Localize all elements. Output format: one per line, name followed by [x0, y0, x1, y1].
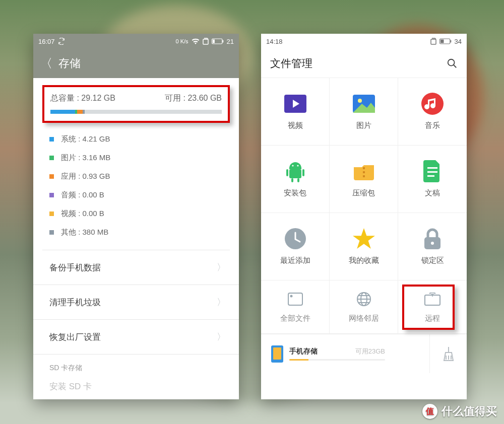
- svg-point-19: [292, 165, 293, 166]
- tile-recent[interactable]: 最近添加: [261, 213, 330, 280]
- color-swatch: [49, 193, 54, 197]
- svg-rect-3: [222, 40, 223, 43]
- svg-rect-24: [427, 167, 437, 169]
- watermark-badge: 值: [422, 404, 437, 419]
- status-battery: 21: [227, 38, 234, 45]
- svg-rect-4: [431, 39, 436, 44]
- status-bar: 14:18 34: [261, 34, 467, 49]
- status-bar: 16:07 0 K/s 21: [33, 34, 239, 49]
- file-manager-header: 文件管理: [261, 49, 467, 78]
- watermark: 值 什么值得买: [422, 404, 497, 419]
- tile-archive[interactable]: 压缩包: [330, 146, 398, 213]
- lock-icon: [421, 228, 444, 250]
- tile-doc[interactable]: 文稿: [398, 146, 467, 213]
- svg-rect-15: [286, 169, 288, 176]
- internal-storage-row[interactable]: 手机存储 可用23GB: [261, 345, 429, 363]
- sim-icon: [430, 38, 436, 45]
- storage-usage-bar: [50, 110, 222, 114]
- document-icon: [421, 160, 444, 182]
- breakdown-item: 图片 : 3.16 MB: [49, 149, 223, 167]
- sd-card-icon: [287, 291, 304, 308]
- tile-network[interactable]: 网络邻居: [330, 280, 398, 334]
- battery-icon: [439, 38, 452, 44]
- remote-icon: [424, 291, 441, 308]
- cleanup-row[interactable]: 清理手机垃圾 〉: [33, 285, 239, 320]
- search-icon[interactable]: [447, 58, 458, 69]
- color-swatch: [49, 211, 54, 216]
- bottom-row: 全部文件 网络邻居 远程: [261, 280, 467, 334]
- svg-point-29: [431, 242, 434, 245]
- total-capacity: 总容量 : 29.12 GB: [50, 93, 115, 104]
- tile-all-files[interactable]: 全部文件: [261, 280, 330, 334]
- status-speed: 0 K/s: [175, 38, 188, 44]
- svg-point-31: [290, 296, 292, 297]
- svg-point-35: [432, 296, 433, 297]
- tile-image[interactable]: 图片: [330, 78, 398, 146]
- color-swatch: [49, 156, 54, 160]
- sd-section-label: SD 卡存储: [33, 355, 239, 376]
- category-grid: 视频 图片 音乐 安装包 压缩包 文稿 最近添加 我的收藏: [261, 78, 467, 280]
- image-icon: [353, 93, 375, 115]
- phone-storage-settings: 16:07 0 K/s 21 〈 存储 总容量 : 29.12 GB 可用 : …: [33, 34, 239, 399]
- storage-summary-highlight: 总容量 : 29.12 GB 可用 : 23.60 GB: [42, 85, 230, 123]
- chevron-right-icon: 〉: [217, 296, 226, 308]
- status-time: 14:18: [266, 38, 283, 45]
- globe-icon: [355, 291, 372, 308]
- storage-mini-bar: [289, 359, 385, 361]
- video-icon: [284, 93, 306, 115]
- sync-icon: [58, 38, 65, 45]
- svg-rect-23: [363, 175, 365, 177]
- available-capacity: 可用 : 23.60 GB: [165, 93, 222, 104]
- svg-rect-26: [427, 175, 434, 177]
- status-time: 16:07: [38, 38, 55, 45]
- tile-remote[interactable]: 远程: [398, 280, 467, 334]
- tile-video[interactable]: 视频: [261, 78, 330, 146]
- storage-breakdown-list: 系统 : 4.21 GB图片 : 3.16 MB应用 : 0.93 GB音频 :…: [33, 128, 239, 246]
- chevron-right-icon: 〉: [217, 261, 226, 273]
- nav-header: 〈 存储: [33, 49, 239, 78]
- svg-point-12: [358, 99, 362, 103]
- install-sd-row[interactable]: 安装 SD 卡: [33, 376, 239, 397]
- color-swatch: [49, 174, 54, 179]
- tile-favorite[interactable]: 我的收藏: [330, 213, 398, 280]
- backup-row[interactable]: 备份手机数据 〉: [33, 250, 239, 285]
- svg-rect-21: [363, 167, 365, 169]
- star-icon: [353, 228, 375, 250]
- breakdown-item: 应用 : 0.93 GB: [49, 167, 223, 186]
- chevron-right-icon: 〉: [217, 331, 226, 343]
- svg-rect-2: [213, 39, 215, 43]
- breakdown-item: 系统 : 4.21 GB: [49, 130, 223, 149]
- color-swatch: [49, 230, 54, 235]
- svg-rect-16: [302, 169, 304, 176]
- music-icon: [421, 93, 444, 115]
- svg-rect-30: [288, 293, 302, 305]
- tile-locked[interactable]: 锁定区: [398, 213, 467, 280]
- svg-rect-6: [440, 39, 444, 43]
- svg-point-8: [448, 59, 455, 65]
- android-icon: [284, 160, 306, 182]
- svg-rect-22: [363, 171, 365, 173]
- breakdown-item: 视频 : 0.00 B: [49, 204, 223, 223]
- factory-reset-row[interactable]: 恢复出厂设置 〉: [33, 320, 239, 355]
- storage-footer: 手机存储 可用23GB: [261, 334, 467, 373]
- tile-music[interactable]: 音乐: [398, 78, 467, 146]
- svg-rect-14: [289, 169, 301, 178]
- status-battery: 34: [455, 38, 462, 45]
- tile-apk[interactable]: 安装包: [261, 146, 330, 213]
- phone-storage-icon: [271, 345, 283, 363]
- page-title: 存储: [58, 56, 81, 71]
- wifi-icon: [192, 38, 200, 44]
- battery-icon: [212, 38, 224, 44]
- svg-rect-25: [427, 171, 437, 173]
- svg-rect-18: [297, 178, 299, 182]
- svg-rect-0: [203, 39, 208, 44]
- svg-point-20: [297, 165, 298, 166]
- breakdown-item: 音频 : 0.00 B: [49, 186, 223, 204]
- cleanup-button[interactable]: [429, 334, 467, 373]
- archive-icon: [353, 160, 375, 182]
- back-button[interactable]: 〈: [40, 55, 52, 72]
- color-swatch: [49, 137, 54, 142]
- svg-rect-7: [450, 40, 451, 43]
- breakdown-item: 其他 : 380 MB: [49, 223, 223, 242]
- svg-rect-17: [291, 178, 293, 182]
